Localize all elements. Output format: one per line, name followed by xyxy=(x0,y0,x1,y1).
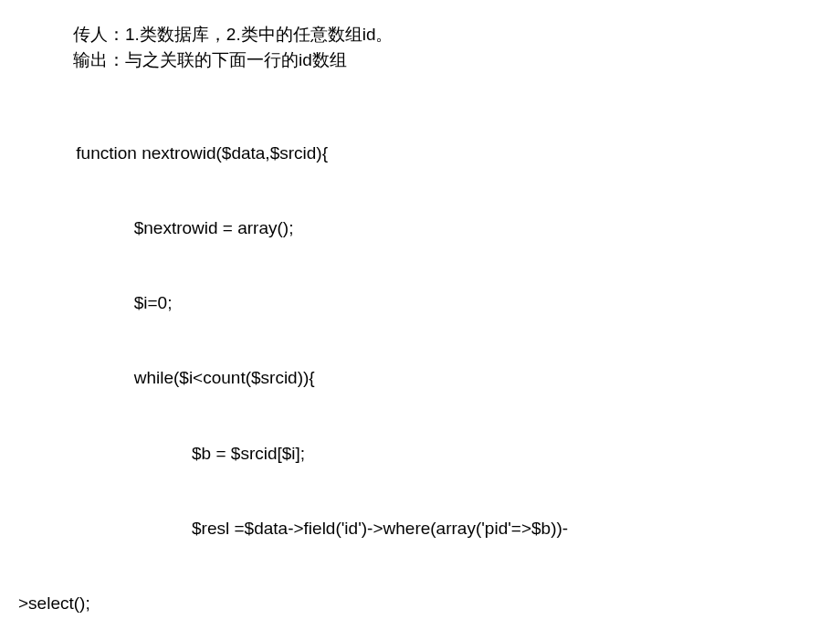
code-line: $resl =$data->field('id')->where(array('… xyxy=(18,516,840,541)
code-line: >select(); xyxy=(18,591,840,615)
description-line-2: 输出：与之关联的下面一行的id数组 xyxy=(73,47,840,73)
code-block: function nextrowid($data,$srcid){ $nextr… xyxy=(18,90,840,630)
code-line: $i=0; xyxy=(18,290,840,315)
description-block: 传人：1.类数据库，2.类中的任意数组id。 输出：与之关联的下面一行的id数组 xyxy=(18,22,840,72)
code-line: $b = $srcid[$i]; xyxy=(18,441,840,466)
code-line: while($i<count($srcid)){ xyxy=(18,365,840,390)
code-line: function nextrowid($data,$srcid){ xyxy=(18,141,840,165)
code-line: $nextrowid = array(); xyxy=(18,215,840,240)
description-line-1: 传人：1.类数据库，2.类中的任意数组id。 xyxy=(73,22,840,47)
